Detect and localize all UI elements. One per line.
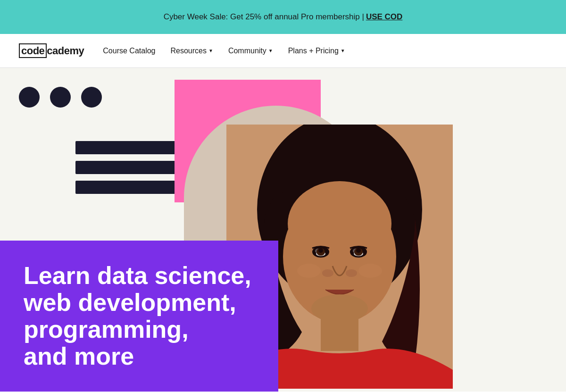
hero-section: Learn data science, web development, pro… bbox=[0, 68, 566, 392]
nav-item-course-catalog[interactable]: Course Catalog bbox=[103, 47, 155, 55]
nav-label-plans-pricing: Plans + Pricing bbox=[288, 47, 339, 55]
hero-card: Learn data science, web development, pro… bbox=[0, 241, 278, 392]
svg-point-19 bbox=[356, 248, 361, 253]
headline-line1: Learn data science, bbox=[24, 262, 251, 289]
svg-point-18 bbox=[318, 248, 323, 253]
logo-text: codecademy bbox=[19, 45, 84, 57]
headline-line2: web development, bbox=[24, 289, 236, 316]
svg-point-12 bbox=[297, 264, 321, 278]
svg-point-8 bbox=[322, 269, 333, 277]
headline-line4: and more bbox=[24, 342, 134, 370]
main-navbar: codecademy Course Catalog Resources ▼ Co… bbox=[0, 34, 566, 68]
nav-label-course-catalog: Course Catalog bbox=[103, 47, 155, 55]
dots-decoration bbox=[19, 87, 102, 108]
logo[interactable]: codecademy bbox=[19, 45, 84, 57]
chevron-down-icon: ▼ bbox=[208, 48, 213, 53]
dot-2 bbox=[50, 87, 71, 108]
logo-code-part: code bbox=[19, 43, 47, 58]
nav-label-community: Community bbox=[228, 47, 266, 55]
nav-item-resources[interactable]: Resources ▼ bbox=[170, 47, 213, 55]
code-line-1 bbox=[75, 141, 179, 154]
dot-3 bbox=[81, 87, 102, 108]
svg-point-13 bbox=[358, 264, 382, 278]
nav-item-plans-pricing[interactable]: Plans + Pricing ▼ bbox=[288, 47, 345, 55]
svg-point-3 bbox=[288, 181, 391, 266]
hero-headline: Learn data science, web development, pro… bbox=[24, 262, 251, 370]
svg-rect-11 bbox=[321, 313, 358, 351]
dot-1 bbox=[19, 87, 40, 108]
banner-text: Cyber Week Sale: Get 25% off annual Pro … bbox=[164, 12, 364, 22]
code-line-3 bbox=[75, 181, 179, 194]
nav-item-community[interactable]: Community ▼ bbox=[228, 47, 273, 55]
nav-links-list: Course Catalog Resources ▼ Community ▼ P… bbox=[103, 47, 345, 55]
code-line-2 bbox=[75, 161, 179, 174]
banner-cta-link[interactable]: USE COD bbox=[366, 12, 402, 22]
headline-line3: programming, bbox=[24, 316, 189, 343]
promo-banner: Cyber Week Sale: Get 25% off annual Pro … bbox=[0, 0, 566, 34]
code-lines-decoration bbox=[75, 141, 179, 194]
chevron-down-icon-2: ▼ bbox=[268, 48, 273, 53]
chevron-down-icon-3: ▼ bbox=[341, 48, 345, 53]
logo-suffix: cademy bbox=[47, 45, 84, 57]
nav-label-resources: Resources bbox=[170, 47, 206, 55]
svg-point-9 bbox=[346, 269, 357, 277]
